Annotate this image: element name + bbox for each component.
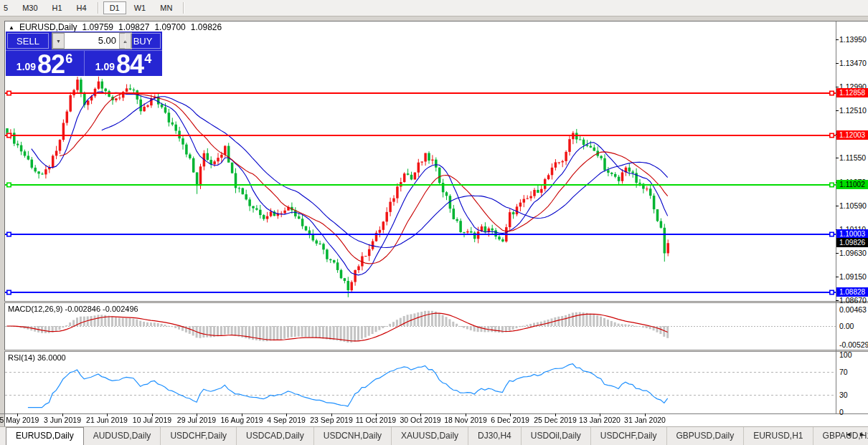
timeframe-button-m30[interactable]: M30 [16,1,44,14]
level-price-label: 1.12003 [836,130,868,140]
macd-value-signal: -0.002496 [103,305,138,313]
price-axis-tick [836,206,839,206]
chart-tab-audusd-daily[interactable]: AUDUSD,Daily [84,427,161,445]
chart-tab-usdchf-daily[interactable]: USDCHF,Daily [590,427,666,445]
tab-scroll-left-icon[interactable]: ◄ [845,431,852,438]
chart-tab-usdcad-daily[interactable]: USDCAD,Daily [236,427,313,445]
rsi-axis-tick-label: 100 [839,350,852,359]
chart-tab-bar: EURUSD,DailyAUDUSD,DailyUSDCHF,DailyUSDC… [0,426,868,445]
price-axis-tick [836,63,839,64]
price-axis-tick [836,39,839,40]
rsi-axis-tick-label: 70 [839,368,848,376]
rsi-label: RSI(14) [8,353,35,362]
timeframe-button-h1[interactable]: H1 [46,1,69,14]
level-price-label: 1.11002 [836,180,868,189]
price-axis-tick-label: 1.13470 [839,59,867,67]
price-axis-tick-label: 1.10590 [839,201,867,210]
collapse-panel-icon[interactable]: ▲ [9,24,14,31]
buy-price-prefix: 1.09 [95,61,115,72]
sell-price-big: 82 [37,54,65,75]
price-axis-tick [836,110,839,111]
tab-scroll-controls: ◄ ► [845,431,865,438]
macd-panel-splitter[interactable] [4,301,868,303]
price-axis-tick-label: 1.09150 [839,272,867,281]
toolbar-separator [98,2,99,14]
sell-price-display[interactable]: 1.09 82 6 [6,51,83,76]
timeframe-button-mn[interactable]: MN [154,1,179,14]
chart-title: EURUSD,Daily [19,22,77,32]
volume-decrease-button[interactable]: ▼ [52,33,65,49]
price-axis-border [836,21,836,413]
date-axis-label: 31 Jan 2020 [619,416,671,424]
buy-price-pip: 4 [144,52,151,67]
date-axis-label: 29 Jul 2019 [171,416,222,424]
rsi-value: 36.0000 [37,353,66,362]
toolbar-separator [183,2,184,14]
price-axis-tick-label: 1.09630 [839,249,867,257]
date-axis-border [0,413,868,414]
macd-value-main: -0.002846 [65,305,100,313]
level-price-label: 1.08828 [836,287,868,297]
level-price-label: 1.10003 [836,229,868,239]
sell-button[interactable]: SELL [7,33,49,49]
price-axis-tick-label: 1.12510 [839,106,867,115]
macd-axis-tick-label: 0.00 [839,322,854,330]
level-price-label: 1.12858 [836,88,868,97]
chart-tab-usdchf-daily[interactable]: USDCHF,Daily [160,427,236,445]
rsi-panel-splitter[interactable] [4,350,868,352]
buy-price-display[interactable]: 1.09 84 4 [85,51,162,76]
price-axis-tick [836,277,839,277]
timeframe-button-5[interactable]: 5 [0,1,14,14]
macd-label: MACD(12,26,9) [8,305,62,313]
ohlc-open: 1.09759 [82,22,113,32]
buy-price-big: 84 [116,54,143,75]
rsi-axis-tick-label: 0 [839,408,844,416]
date-axis-label: 4 Sep 2019 [260,416,312,424]
ohlc-high: 1.09827 [118,22,149,32]
price-axis-tick [836,300,839,301]
chart-tab-gbpusd-daily[interactable]: GBPUSD,Daily [666,427,744,445]
macd-axis-tick-label: -0.00529 [839,340,868,349]
rsi-label-row: RSI(14) 36.0000 [8,353,66,362]
mt4-window: 5M30H1H4D1W1MN ▲ EURUSD,Daily 1.09759 1.… [0,0,868,445]
price-axis-tick [836,253,839,254]
chart-tab-usdoil-daily[interactable]: USDOil,Daily [521,427,590,445]
sell-price-pip: 6 [65,52,72,67]
timeframe-button-w1[interactable]: W1 [128,1,153,14]
macd-label-row: MACD(12,26,9) -0.002846 -0.002496 [8,305,138,313]
date-axis-label: 21 Jun 2019 [81,416,133,424]
tab-scroll-right-icon[interactable]: ► [859,431,865,438]
price-axis-tick-label: 1.08670 [839,296,867,305]
macd-axis-tick-label: 0.00463 [839,305,867,314]
chart-tab-xauusd-daily[interactable]: XAUUSD,Daily [391,427,468,445]
rsi-indicator-canvas[interactable] [5,352,836,413]
ohlc-low: 1.09700 [154,22,185,32]
buy-button[interactable]: BUY [125,33,161,49]
price-axis-tick [836,158,839,158]
date-axis-label: 30 Oct 2019 [395,416,446,424]
timeframe-button-d1[interactable]: D1 [103,1,126,14]
price-axis-tick-label: 1.11550 [839,153,866,162]
price-axis-tick [836,87,839,87]
price-axis-tick-label: 1.13950 [839,35,867,44]
date-axis-label: 13 Jan 2020 [574,416,626,424]
chart-tab-eurusd-h1[interactable]: EURUSD,H1 [743,427,812,445]
chart-tab-eurusd-daily[interactable]: EURUSD,Daily [6,427,84,445]
timeframe-button-h4[interactable]: H4 [70,1,93,14]
volume-input[interactable]: 5.00 [65,33,119,49]
sell-price-prefix: 1.09 [16,61,36,72]
chart-tab-usdcnh-daily[interactable]: USDCNH,Daily [313,427,391,445]
chart-ohlc-header: ▲ EURUSD,Daily 1.09759 1.09827 1.09700 1… [9,22,222,32]
one-click-trading-panel: SELL ▼ 5.00 ▲ BUY 1.09 82 6 1.09 84 4 [6,32,162,76]
current-price-label: 1.09826 [836,238,868,247]
rsi-axis-tick-label: 30 [839,391,848,399]
timeframe-toolbar: 5M30H1H4D1W1MN [0,0,868,16]
ohlc-close: 1.09826 [191,22,222,32]
date-axis-label: 6 Dec 2019 [484,416,536,424]
chart-tab-dj30-h4[interactable]: DJ30,H4 [468,427,521,445]
volume-spinner: ▼ 5.00 ▲ [52,32,132,49]
